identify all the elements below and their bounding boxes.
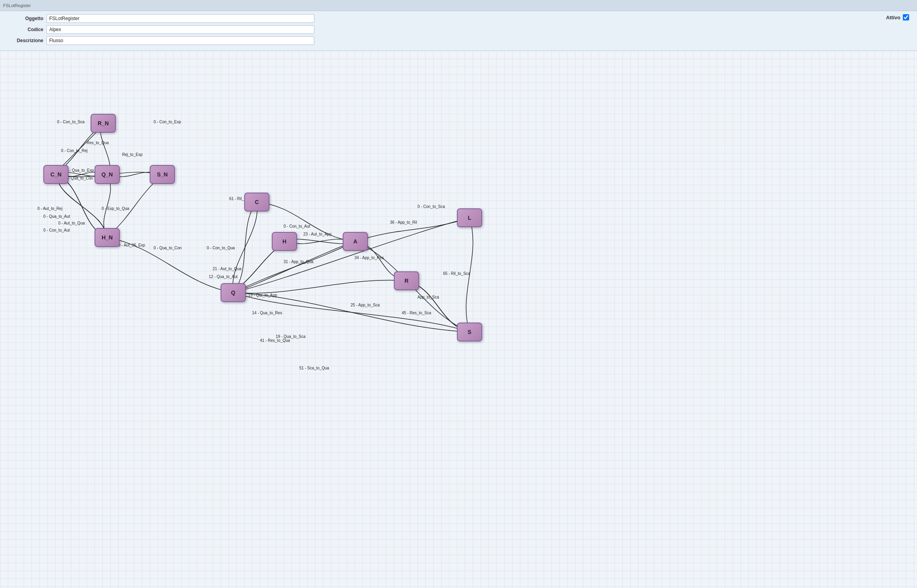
oggetto-input[interactable] (46, 14, 314, 23)
oggetto-row: Oggetto (8, 14, 886, 23)
edge-label-26: 0 - Con_to_Sca (418, 204, 445, 209)
edge-label-1: 0 - Con_to_Exp (154, 120, 181, 124)
codice-row: Codice (8, 25, 886, 34)
edge-label-31: 19 - Qua_to_Sca (276, 334, 306, 339)
canvas-area: R_NC_NQ_NS_NH_NCHQARLS0 - Con_to_Sca0 - … (0, 51, 917, 588)
form-area: Oggetto Codice Descrizione Attivo (0, 11, 917, 51)
edge-label-28: 45 - Res_to_Sca (402, 311, 431, 315)
node-c[interactable]: C (244, 193, 269, 211)
attivo-label: Attivo (886, 15, 900, 20)
edge-label-24: 41 - Res_to_Qua (260, 338, 290, 343)
node-h_n[interactable]: H_N (95, 228, 120, 247)
node-l[interactable]: L (457, 208, 482, 227)
edge-label-5: 0 - Qua_to_Exp (66, 168, 94, 173)
arrows-svg (0, 51, 917, 588)
edge-label-8: 0 - Aut_to_Rej (37, 206, 62, 211)
node-r[interactable]: R (394, 271, 419, 290)
edge-label-19: 23 - Aut_to_App (303, 232, 332, 236)
edge-label-7: 0 - Exp_to_Qua (102, 206, 129, 211)
edge-label-0: 0 - Con_to_Sca (57, 120, 85, 124)
edge-label-4: Res_to_Qua (87, 141, 109, 145)
edge-label-2: Rej_to_Exp (122, 152, 143, 157)
edge-label-21: 13 - Qta_to_App (248, 293, 277, 297)
top-bar: FSLotRegister (0, 0, 917, 11)
node-s[interactable]: S (457, 323, 482, 341)
top-bar-title: FSLotRegister (3, 3, 31, 8)
node-c_n[interactable]: C_N (43, 165, 69, 184)
codice-input[interactable] (46, 25, 314, 34)
node-s_n[interactable]: S_N (150, 165, 175, 184)
edge-label-22: 14 - Qua_to_Res (252, 311, 282, 315)
node-q_n[interactable]: Q_N (95, 165, 120, 184)
edge-label-18: 12 - Qua_to_Aut (209, 275, 238, 279)
edge-label-29: App_to_Sca (418, 295, 439, 299)
edge-label-23: 34 - App_to_Res (355, 256, 384, 260)
edge-label-20: 31 - App_to_Qua (284, 260, 314, 264)
edge-label-9: 0 - Qua_to_Aut (43, 214, 70, 219)
edge-label-30: 65 - Ril_to_Sca (443, 271, 470, 276)
descrizione-row: Descrizione (8, 36, 886, 45)
attivo-area: Attivo (886, 14, 909, 20)
edge-24 (233, 280, 407, 293)
edge-label-10: 0 - Aut_to_Qua (58, 221, 85, 225)
oggetto-label: Oggetto (8, 16, 43, 21)
codice-label: Codice (8, 27, 43, 32)
node-h[interactable]: H (272, 232, 297, 251)
edge-label-3: 0 - Con_to_Rej (61, 148, 87, 153)
edge-label-32: 51 - Sca_to_Qua (299, 366, 329, 370)
node-r_n[interactable]: R_N (91, 114, 116, 133)
attivo-checkbox[interactable] (903, 14, 909, 20)
node-q[interactable]: Q (221, 283, 246, 302)
edge-label-17: 21 - Aut_to_Qua (213, 267, 241, 271)
edge-26 (233, 218, 470, 293)
edge-label-11: 0 - Con_to_Aut (43, 228, 70, 232)
edge-label-14: 0 - Con_to_Qua (207, 246, 235, 250)
edge-label-6: 0 - Qua_to_Con (65, 176, 93, 180)
node-a[interactable]: A (343, 232, 368, 251)
descrizione-label: Descrizione (8, 38, 43, 43)
edge-label-12: 0 - Aut_36_Exp (118, 243, 145, 247)
edge-label-15: 0 - Con_to_Aut (284, 224, 310, 228)
descrizione-input[interactable] (46, 36, 314, 45)
edge-label-13: 0 - Qua_to_Con (154, 246, 182, 250)
edge-16 (233, 202, 257, 293)
edge-label-27: 25 - App_to_Sca (351, 303, 380, 307)
edge-label-25: 36 - App_to_Ril (390, 220, 417, 224)
